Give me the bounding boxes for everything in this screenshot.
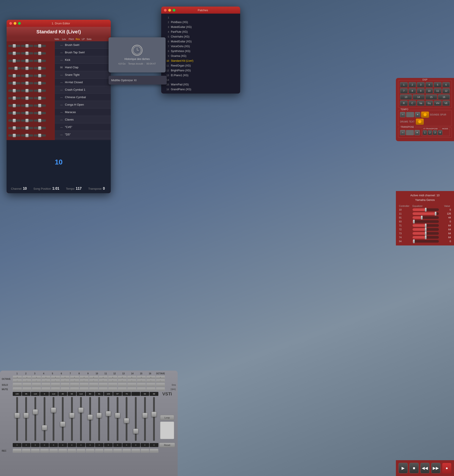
octave-up-ch-15[interactable]: + [146, 376, 156, 379]
octave-up-ch-12[interactable]: + [118, 376, 127, 379]
patch-item-10[interactable]: 10Standard Kit (Live!) [163, 58, 238, 63]
octave-down-ch-13[interactable]: − [127, 379, 136, 382]
fader-track-ch-15[interactable] [144, 397, 146, 441]
patch-item-14[interactable]: 14 [163, 78, 238, 82]
slider-3b[interactable] [21, 60, 33, 62]
fader-track-ch-2[interactable] [25, 397, 27, 441]
slider-6c[interactable] [34, 82, 46, 84]
slider-11a[interactable] [8, 119, 20, 122]
octave-up-ch-14[interactable]: + [137, 376, 146, 379]
close-btn[interactable] [9, 22, 12, 25]
rec-btn-ch-6[interactable] [58, 449, 67, 453]
drum-row-maracas[interactable]: --- Maracas [55, 109, 111, 116]
fader-track-ch-5[interactable] [53, 397, 54, 441]
octave-down-ch-9[interactable]: − [89, 379, 98, 382]
octave-up-ch-5[interactable]: + [51, 376, 60, 379]
fader-thumb-ch-12[interactable] [115, 413, 120, 418]
patch-item-9[interactable]: 9Ocarina (XG) [163, 54, 238, 58]
drum-row-brush-swirl[interactable]: --- Brush Swirl [55, 41, 111, 49]
slider-8c[interactable] [34, 97, 46, 99]
slider-8a[interactable] [8, 97, 20, 99]
fader-thumb-ch-9[interactable] [88, 414, 93, 420]
fader-thumb-ch-6[interactable] [60, 421, 65, 427]
fader-thumb-ch-1[interactable] [15, 413, 20, 418]
fader-thumb-ch-16[interactable] [151, 412, 157, 417]
mute-btn-ch-12[interactable] [118, 387, 127, 391]
octave-up-ch-7[interactable]: + [70, 376, 79, 379]
patch-item-3[interactable]: 3MutedGuitar (XG) [163, 25, 238, 29]
mute-btn-ch-8[interactable] [80, 387, 89, 391]
fader-track-ch-3[interactable] [34, 397, 36, 441]
loop-button[interactable]: Loop [160, 415, 174, 420]
transpose-minus[interactable]: − [400, 130, 405, 135]
fastforward-button[interactable]: ▶▶ [431, 463, 440, 473]
slider-9a[interactable] [8, 104, 20, 107]
rec-btn-ch-8[interactable] [76, 449, 85, 453]
mute-btn-ch-7[interactable] [70, 387, 79, 391]
fader-track-ch-12[interactable] [117, 397, 118, 441]
mute-btn-ch-4[interactable] [41, 387, 51, 391]
octave-down-ch-15[interactable]: − [146, 379, 156, 382]
patch-item-15[interactable]: 15WarmPad (XG) [163, 82, 238, 87]
drum-row-kick[interactable]: --- Kick [55, 56, 111, 64]
octave-down-ch-7[interactable]: − [70, 379, 79, 382]
drum-row-claves[interactable]: --- Claves [55, 116, 111, 123]
patch-item-8[interactable]: 8SynthVoice (XG) [163, 49, 238, 54]
octave-down-ch-16[interactable]: − [156, 379, 165, 382]
solo-btn-ch-12[interactable] [118, 383, 127, 387]
octave-up-ch-10[interactable]: + [99, 376, 108, 379]
fader-track-ch-6[interactable] [62, 397, 64, 441]
tempo-plus[interactable]: + [415, 112, 420, 117]
dsp-btn-4[interactable]: 4 [425, 82, 433, 87]
rec-btn-ch-2[interactable] [22, 449, 31, 453]
mute-btn-ch-16[interactable] [156, 387, 165, 391]
ctrl-slider-11[interactable] [413, 212, 439, 215]
ctrl-slider-94[interactable] [413, 240, 439, 243]
slider-6a[interactable] [8, 82, 20, 84]
dsp-btn-6[interactable]: 6 [442, 82, 450, 87]
stop-button[interactable]: ■ [409, 463, 419, 473]
mute-btn-ch-11[interactable] [108, 387, 117, 391]
it-btn-1[interactable]: 1 [423, 130, 427, 135]
it-btn-3[interactable]: 3 [433, 130, 437, 135]
octave-down-ch-1[interactable]: − [13, 379, 22, 382]
fader-track-ch-9[interactable] [89, 397, 91, 441]
drums-btn[interactable] [416, 118, 424, 125]
slider-5c[interactable] [34, 75, 46, 77]
patch-item-7[interactable]: 7VoiceOohs (XG) [163, 44, 238, 49]
fader-track-ch-8[interactable] [80, 397, 82, 441]
mute-btn-ch-10[interactable] [99, 387, 108, 391]
rec-btn-ch-15[interactable] [141, 449, 149, 453]
octave-up-ch-11[interactable]: + [108, 376, 117, 379]
rec-btn-ch-4[interactable] [40, 449, 49, 453]
reset-button[interactable]: Reset [159, 443, 175, 447]
slider-7b[interactable] [21, 90, 33, 92]
record-button[interactable]: ● [442, 463, 451, 473]
fader-thumb-ch-15[interactable] [142, 413, 148, 418]
slider-9b[interactable] [21, 104, 33, 107]
rec-btn-ch-12[interactable] [113, 449, 122, 453]
octave-up-ch-4[interactable]: + [41, 376, 51, 379]
rec-btn-ch-13[interactable] [122, 449, 131, 453]
mute-btn-ch-9[interactable] [89, 387, 98, 391]
drum-row-crash-cymbal[interactable]: --- Crash Cymbal 1 [55, 86, 111, 94]
fader-track-ch-16[interactable] [153, 397, 155, 441]
fader-track-ch-7[interactable] [71, 397, 73, 441]
patches-minimize[interactable] [168, 9, 171, 12]
slider-2b[interactable] [21, 52, 33, 55]
slider-7a[interactable] [8, 90, 20, 92]
slider-13b[interactable] [21, 134, 33, 137]
fader-track-ch-4[interactable] [44, 397, 45, 441]
dsp-btn-eq[interactable]: Eq [425, 101, 433, 106]
patches-maximize[interactable] [173, 9, 175, 12]
slider-12a[interactable] [8, 127, 20, 129]
solo-btn-ch-6[interactable] [61, 383, 70, 387]
mute-btn-ch-15[interactable] [146, 387, 156, 391]
fader-thumb-ch-3[interactable] [33, 409, 38, 414]
ctrl-slider-72[interactable] [413, 228, 439, 231]
dsp-btn-11[interactable]: 11 [434, 88, 441, 94]
solo-btn-ch-7[interactable] [70, 383, 79, 387]
slider-12c[interactable] [34, 127, 46, 129]
dsp-btn-12[interactable]: 12 [442, 88, 450, 94]
mute-btn-ch-1[interactable] [13, 387, 22, 391]
